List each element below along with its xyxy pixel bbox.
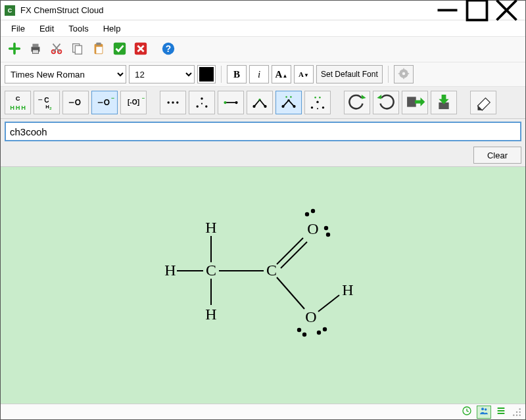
menu-tools[interactable]: Tools bbox=[62, 22, 95, 35]
resize-grip-icon[interactable] bbox=[512, 408, 521, 417]
svg-rect-5 bbox=[32, 43, 38, 47]
copy-icon bbox=[70, 41, 85, 58]
bold-button[interactable]: B bbox=[227, 65, 247, 83]
color-swatch-icon bbox=[199, 67, 214, 82]
cancel-button[interactable] bbox=[131, 39, 151, 59]
status-bar bbox=[1, 404, 525, 419]
svg-line-79 bbox=[277, 277, 304, 309]
svg-text:H: H bbox=[21, 105, 26, 111]
font-down-icon: A▼ bbox=[299, 70, 309, 78]
export-right-button[interactable] bbox=[402, 91, 428, 114]
app-icon: C bbox=[5, 5, 15, 16]
font-increase-button[interactable]: A▲ bbox=[272, 65, 291, 83]
tool-oxide-anion[interactable]: O− bbox=[91, 91, 118, 114]
export-icon bbox=[404, 92, 426, 114]
svg-point-63 bbox=[316, 101, 318, 103]
svg-point-66 bbox=[317, 108, 318, 109]
window-title: FX ChemStruct Cloud bbox=[20, 5, 433, 15]
svg-point-75 bbox=[305, 212, 309, 216]
paste-button[interactable] bbox=[89, 39, 108, 59]
accept-button[interactable] bbox=[110, 39, 130, 59]
svg-point-45 bbox=[201, 103, 203, 105]
atom-o2: O bbox=[305, 308, 316, 325]
svg-point-78 bbox=[326, 233, 330, 237]
redo-button[interactable] bbox=[373, 91, 399, 114]
tool-methylene[interactable]: CH2 bbox=[34, 91, 60, 114]
tool-lone-pair-trigonal[interactable] bbox=[189, 91, 215, 114]
cut-button[interactable] bbox=[47, 39, 66, 59]
svg-line-52 bbox=[260, 100, 265, 106]
atom-c1: C bbox=[206, 262, 216, 279]
svg-text:C: C bbox=[44, 97, 49, 104]
settings-button[interactable] bbox=[394, 65, 414, 83]
atom-c2: C bbox=[266, 262, 277, 279]
svg-text:C: C bbox=[16, 95, 20, 102]
svg-text:[-O]: [-O] bbox=[128, 99, 139, 106]
structure-toolbar: CHHH CH2 O O− [-O]− bbox=[1, 87, 525, 119]
tool-oxygen[interactable]: O bbox=[62, 91, 89, 114]
help-button[interactable]: ? bbox=[158, 39, 178, 59]
font-decrease-button[interactable]: A▼ bbox=[294, 65, 314, 83]
scissors-icon bbox=[49, 41, 64, 58]
import-down-button[interactable] bbox=[431, 91, 457, 114]
printer-icon bbox=[28, 41, 43, 58]
tool-bond-linear[interactable] bbox=[218, 91, 244, 114]
formula-row bbox=[1, 119, 525, 144]
set-default-font-button[interactable]: Set Default Font bbox=[316, 65, 383, 83]
maximize-button[interactable] bbox=[462, 1, 492, 20]
atom-h4: H bbox=[342, 281, 353, 298]
svg-text:O: O bbox=[75, 98, 81, 107]
svg-point-80 bbox=[297, 328, 301, 332]
svg-text:H: H bbox=[10, 105, 14, 111]
tool-bond-trigonal[interactable] bbox=[304, 91, 331, 114]
font-size-select[interactable]: 12 bbox=[129, 65, 195, 83]
svg-point-86 bbox=[481, 408, 484, 410]
minimize-button[interactable] bbox=[433, 1, 462, 20]
svg-point-91 bbox=[519, 408, 521, 409]
tool-lone-pair-linear[interactable] bbox=[160, 91, 186, 114]
new-button[interactable] bbox=[5, 39, 24, 59]
font-name-select[interactable]: Times New Roman bbox=[5, 65, 126, 83]
svg-point-65 bbox=[322, 106, 324, 108]
menu-file[interactable]: File bbox=[5, 22, 32, 35]
tool-bond-bent-lone[interactable] bbox=[275, 91, 302, 114]
people-icon bbox=[479, 406, 489, 418]
svg-text:H: H bbox=[16, 105, 20, 111]
tool-bracket-oxide[interactable]: [-O]− bbox=[120, 91, 147, 114]
svg-point-53 bbox=[264, 105, 266, 108]
svg-rect-20 bbox=[403, 68, 404, 70]
status-collab-button[interactable] bbox=[477, 406, 491, 419]
svg-point-94 bbox=[513, 414, 514, 415]
status-history-button[interactable] bbox=[460, 406, 474, 419]
tool-methane[interactable]: CHHH bbox=[5, 91, 31, 114]
svg-point-87 bbox=[485, 408, 487, 410]
font-color-picker[interactable] bbox=[197, 65, 216, 83]
structure-canvas[interactable]: C H H H C O O bbox=[1, 167, 525, 404]
svg-point-82 bbox=[317, 331, 321, 335]
undo-button[interactable] bbox=[344, 91, 370, 114]
gear-icon bbox=[398, 68, 410, 82]
molecule-diagram: C H H H C O O bbox=[1, 167, 514, 371]
formula-input[interactable] bbox=[5, 122, 521, 141]
font-up-icon: A▲ bbox=[275, 69, 288, 80]
close-button[interactable] bbox=[492, 1, 521, 20]
svg-point-64 bbox=[311, 106, 313, 108]
svg-text:−: − bbox=[142, 95, 145, 101]
status-menu-button[interactable] bbox=[494, 406, 508, 419]
tool-bond-bent[interactable] bbox=[247, 91, 273, 114]
check-icon bbox=[112, 41, 127, 58]
menu-help[interactable]: Help bbox=[97, 22, 128, 35]
copy-button[interactable] bbox=[68, 39, 87, 59]
svg-line-73 bbox=[277, 238, 303, 264]
clear-button[interactable]: Clear bbox=[473, 147, 521, 164]
svg-point-44 bbox=[205, 105, 207, 107]
svg-line-59 bbox=[289, 101, 294, 106]
print-button[interactable] bbox=[26, 39, 45, 59]
clear-row: Clear bbox=[1, 144, 525, 167]
eraser-button[interactable] bbox=[470, 91, 496, 114]
svg-point-93 bbox=[519, 411, 521, 412]
svg-point-60 bbox=[293, 105, 295, 108]
menu-edit[interactable]: Edit bbox=[33, 22, 60, 35]
svg-point-46 bbox=[224, 101, 226, 104]
italic-button[interactable]: i bbox=[249, 65, 269, 83]
